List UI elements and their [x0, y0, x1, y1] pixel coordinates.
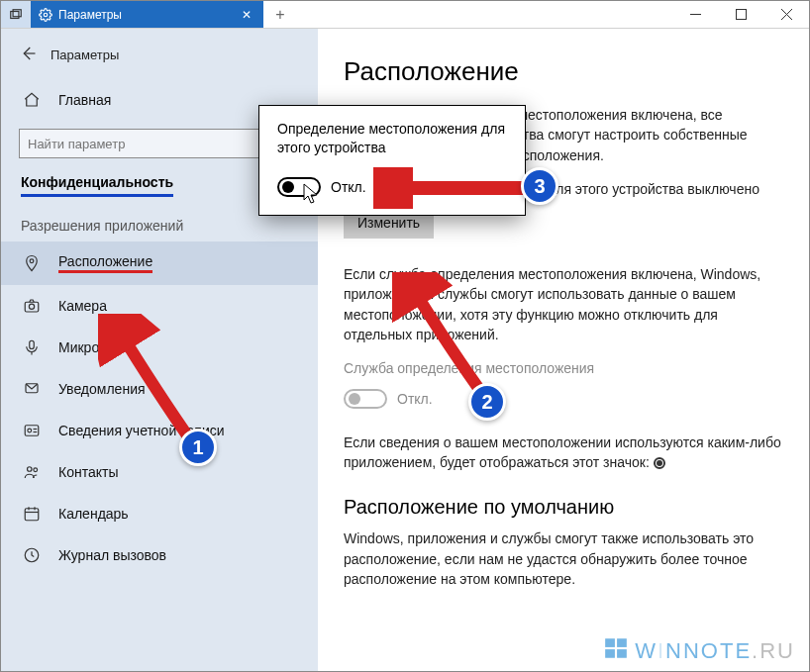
contacts-icon	[21, 463, 43, 481]
svg-rect-1	[13, 9, 21, 16]
annotation-badge-3: 3	[521, 167, 558, 205]
minimize-button[interactable]	[672, 1, 718, 28]
nav-call-history[interactable]: Журнал вызовов	[1, 534, 318, 576]
titlebar: Параметры ✕ +	[1, 1, 809, 29]
tabs: Параметры ✕ +	[1, 1, 297, 28]
tab-title: Параметры	[58, 8, 238, 22]
wm-a: W	[635, 638, 658, 664]
page-title: Расположение	[344, 56, 783, 87]
svg-rect-28	[605, 649, 615, 658]
svg-point-15	[28, 429, 32, 432]
nav-contacts[interactable]: Контакты	[1, 451, 318, 493]
nav-label: Расположение	[58, 253, 152, 273]
popup-toggle[interactable]: Откл.	[277, 177, 366, 197]
annotation-badge-1: 1	[179, 429, 217, 466]
windows-logo-icon	[603, 635, 629, 667]
breadcrumb[interactable]: Параметры	[1, 41, 318, 79]
svg-rect-29	[617, 649, 627, 658]
annotation-badge-2: 2	[468, 383, 506, 421]
svg-point-2	[44, 13, 48, 17]
camera-icon	[21, 297, 43, 315]
close-button[interactable]	[763, 1, 809, 28]
annotation-arrow-3	[373, 167, 532, 209]
nav-label: Камера	[58, 298, 107, 314]
nav-label: Контакты	[58, 464, 118, 480]
gear-icon	[39, 8, 52, 22]
svg-point-10	[29, 304, 34, 309]
svg-rect-0	[11, 11, 19, 18]
default-location-heading: Расположение по умолчанию	[344, 496, 783, 519]
tab-settings[interactable]: Параметры ✕	[31, 1, 263, 28]
svg-rect-4	[736, 10, 746, 20]
task-view-icon[interactable]	[1, 1, 31, 28]
nav-location[interactable]: Расположение	[1, 241, 318, 285]
para-indicator: Если сведения о вашем местоположении исп…	[344, 432, 783, 473]
para-default: Windows, приложения и службы смогут такж…	[344, 528, 783, 589]
wm-b: NNOTE	[665, 638, 752, 664]
account-icon	[21, 422, 43, 439]
svg-point-19	[34, 468, 38, 472]
new-tab-button[interactable]: +	[263, 1, 297, 28]
privacy-label: Конфиденциальность	[21, 174, 173, 197]
breadcrumb-label: Параметры	[51, 48, 119, 62]
svg-point-18	[28, 467, 33, 472]
nav-calendar[interactable]: Календарь	[1, 493, 318, 534]
home-icon	[21, 91, 43, 109]
popup-toggle-state: Откл.	[331, 179, 366, 195]
toggle-track	[277, 177, 321, 197]
back-arrow-icon	[19, 45, 37, 65]
microphone-icon	[21, 338, 43, 356]
calendar-icon	[21, 505, 43, 523]
popup-title: Определение местоположения для этого уст…	[277, 120, 507, 157]
nav-label: Главная	[58, 92, 111, 108]
window-controls	[672, 1, 809, 28]
tab-close-button[interactable]: ✕	[238, 8, 255, 22]
location-icon	[21, 254, 43, 272]
nav-label: Журнал вызовов	[58, 547, 166, 563]
svg-rect-26	[605, 638, 615, 647]
nav-label: Календарь	[58, 506, 129, 522]
notification-icon	[21, 380, 43, 398]
svg-rect-20	[25, 509, 39, 521]
svg-rect-27	[617, 638, 627, 647]
location-indicator-icon	[654, 457, 665, 469]
call-history-icon	[21, 546, 43, 564]
wm-c: RU	[759, 638, 795, 664]
maximize-button[interactable]	[718, 1, 763, 28]
watermark: WINNOTE.RU	[603, 635, 795, 667]
toggle-track	[344, 389, 387, 409]
svg-rect-11	[30, 340, 35, 348]
settings-window: Параметры ✕ + Параметры Главна	[0, 0, 810, 672]
indicator-text: Если сведения о вашем местоположении исп…	[344, 434, 781, 470]
svg-point-8	[30, 259, 34, 263]
